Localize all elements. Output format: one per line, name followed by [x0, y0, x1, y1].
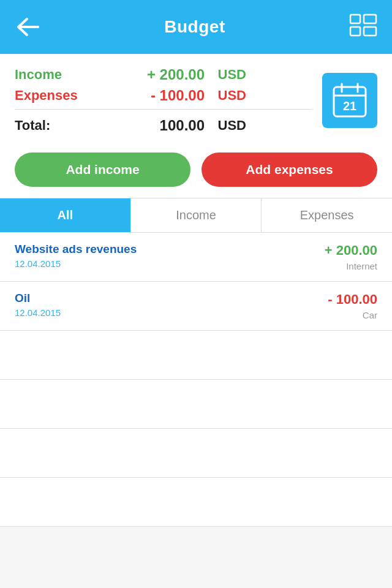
total-label: Total:	[15, 118, 113, 134]
filter-tabs: All Income Expenses	[0, 198, 392, 233]
income-label: Income	[15, 67, 113, 83]
transactions-list: Website ads revenues 12.04.2015 + 200.00…	[0, 233, 392, 527]
add-income-button[interactable]: Add income	[15, 153, 190, 187]
income-row: Income + 200.00 USD	[15, 66, 312, 83]
total-currency: USD	[209, 118, 246, 134]
tab-income[interactable]: Income	[131, 198, 262, 232]
tab-all[interactable]: All	[0, 198, 131, 232]
app-header: Budget	[0, 0, 392, 54]
expenses-label: Expenses	[15, 88, 113, 104]
empty-row	[0, 429, 392, 478]
svg-rect-2	[364, 15, 376, 23]
transaction-item[interactable]: Oil 12.04.2015 - 100.00 Car	[0, 282, 392, 331]
empty-row	[0, 331, 392, 380]
transaction-category: Internet	[325, 261, 377, 271]
transaction-name: Oil	[15, 292, 61, 305]
add-expenses-button[interactable]: Add expenses	[202, 153, 377, 187]
transaction-amount: + 200.00	[325, 243, 377, 258]
tab-expenses[interactable]: Expenses	[262, 198, 392, 232]
income-amount: + 200.00	[113, 66, 205, 83]
action-buttons: Add income Add expenses	[0, 144, 392, 198]
total-amount: 100.00	[113, 117, 205, 134]
transaction-item[interactable]: Website ads revenues 12.04.2015 + 200.00…	[0, 233, 392, 282]
transaction-date: 12.04.2015	[15, 307, 61, 318]
total-row: Total: 100.00 USD	[15, 115, 312, 134]
page-title: Budget	[164, 17, 225, 37]
transaction-date: 12.04.2015	[15, 258, 137, 269]
empty-row	[0, 380, 392, 429]
back-button[interactable]	[15, 17, 40, 37]
expenses-amount: - 100.00	[113, 87, 205, 104]
transaction-amount: - 100.00	[328, 292, 377, 307]
svg-rect-0	[350, 15, 360, 23]
calendar-button[interactable]: 21	[322, 73, 377, 128]
budget-summary: Income + 200.00 USD Expenses - 100.00 US…	[0, 54, 392, 144]
svg-text:21: 21	[343, 99, 356, 113]
expenses-currency: USD	[209, 88, 246, 104]
svg-rect-3	[364, 27, 376, 36]
transaction-name: Website ads revenues	[15, 243, 137, 256]
dashboard-icon[interactable]	[349, 13, 377, 40]
summary-details: Income + 200.00 USD Expenses - 100.00 US…	[15, 66, 312, 134]
expenses-row: Expenses - 100.00 USD	[15, 87, 312, 104]
svg-rect-1	[350, 27, 360, 36]
empty-row	[0, 478, 392, 527]
income-currency: USD	[209, 67, 246, 83]
transaction-category: Car	[328, 310, 377, 320]
